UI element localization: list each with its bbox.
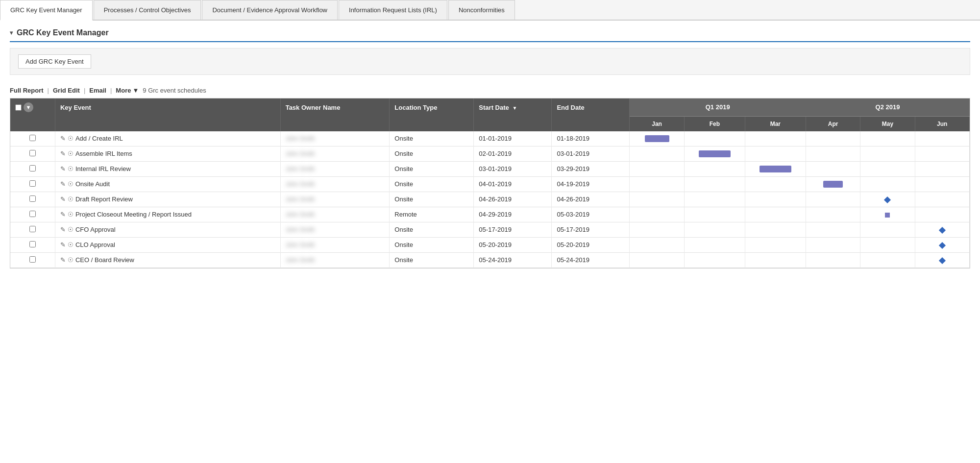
- row-owner: John Smith: [280, 176, 390, 192]
- gantt-bar-3-apr: [823, 181, 843, 188]
- tab-grc-key-event-manager[interactable]: GRC Key Event Manager: [0, 0, 93, 21]
- view-icon-1[interactable]: ☉: [68, 150, 74, 157]
- table-row: ✎ ☉ Add / Create IRL John SmithOnsite01-…: [10, 131, 970, 146]
- owner-name-8: John Smith: [286, 257, 315, 264]
- table-month-header-row: Jan Feb Mar Apr May Jun: [10, 116, 970, 131]
- gantt-cell-8-jun: [915, 252, 969, 268]
- gantt-cell-5-jan: [630, 207, 684, 222]
- row-checkbox-2[interactable]: [29, 165, 36, 171]
- row-end-date: 03-01-2019: [552, 146, 630, 161]
- gantt-cell-6-jan: [630, 222, 684, 237]
- row-key-event: ✎ ☉ Draft Report Review: [55, 192, 280, 207]
- row-checkbox-5[interactable]: [29, 211, 36, 217]
- gantt-cell-3-jun: [915, 176, 969, 192]
- select-all-checkbox[interactable]: [15, 104, 22, 111]
- row-checkbox-cell: [10, 146, 55, 161]
- row-end-date: 04-26-2019: [552, 192, 630, 207]
- full-report-link[interactable]: Full Report: [10, 87, 44, 94]
- header-key-event: Key Event: [55, 98, 280, 116]
- key-event-label-7: CLO Approval: [75, 241, 115, 248]
- view-icon-7[interactable]: ☉: [68, 241, 74, 248]
- email-link[interactable]: Email: [89, 87, 106, 94]
- tab-document-evidence-approval[interactable]: Document / Evidence Approval Workflow: [202, 0, 338, 20]
- edit-icon-6[interactable]: ✎: [60, 226, 66, 233]
- edit-icon-7[interactable]: ✎: [60, 241, 66, 248]
- row-location: Onsite: [390, 176, 474, 192]
- view-icon-6[interactable]: ☉: [68, 226, 74, 233]
- row-end-date: 05-24-2019: [552, 252, 630, 268]
- collapse-icon[interactable]: ▾: [10, 29, 13, 36]
- gantt-cell-7-feb: [684, 237, 745, 252]
- gantt-cell-2-feb: [684, 161, 745, 176]
- row-key-event: ✎ ☉ Add / Create IRL: [55, 131, 280, 146]
- view-icon-4[interactable]: ☉: [68, 195, 74, 203]
- header-feb: Feb: [684, 116, 745, 131]
- edit-icon-4[interactable]: ✎: [60, 195, 66, 203]
- gantt-cell-3-feb: [684, 176, 745, 192]
- header-empty-start: [474, 116, 552, 131]
- row-checkbox-3[interactable]: [29, 180, 36, 187]
- view-icon-2[interactable]: ☉: [68, 165, 74, 172]
- header-empty-check: [10, 116, 55, 131]
- view-icon-5[interactable]: ☉: [68, 211, 74, 218]
- grid-edit-link[interactable]: Grid Edit: [53, 87, 80, 94]
- row-checkbox-6[interactable]: [29, 226, 36, 232]
- gantt-diamond-7-jun: [939, 242, 946, 248]
- edit-icon-1[interactable]: ✎: [60, 150, 66, 157]
- row-checkbox-1[interactable]: [29, 150, 36, 156]
- owner-name-7: John Smith: [286, 242, 315, 248]
- row-owner: John Smith: [280, 222, 390, 237]
- gantt-cell-2-may: [860, 161, 915, 176]
- gantt-cell-5-apr: [806, 207, 860, 222]
- row-key-event: ✎ ☉ CEO / Board Review: [55, 252, 280, 268]
- header-location-type: Location Type: [390, 98, 474, 116]
- edit-icon-2[interactable]: ✎: [60, 165, 66, 172]
- sep2: |: [84, 87, 85, 94]
- edit-icon-3[interactable]: ✎: [60, 180, 66, 188]
- row-owner: John Smith: [280, 207, 390, 222]
- gantt-cell-1-apr: [806, 146, 860, 161]
- row-start-date: 05-24-2019: [474, 252, 552, 268]
- view-icon-8[interactable]: ☉: [68, 256, 74, 264]
- row-checkbox-8[interactable]: [29, 256, 36, 263]
- gantt-cell-8-mar: [745, 252, 806, 268]
- gantt-cell-7-jan: [630, 237, 684, 252]
- tab-information-request-lists[interactable]: Information Request Lists (IRL): [339, 0, 447, 20]
- row-checkbox-cell: [10, 222, 55, 237]
- section-title: GRC Key Event Manager: [17, 28, 109, 37]
- gantt-cell-7-mar: [745, 237, 806, 252]
- gantt-cell-4-feb: [684, 192, 745, 207]
- row-checkbox-4[interactable]: [29, 195, 36, 202]
- tab-processes-control-objectives[interactable]: Processes / Control Objectives: [94, 0, 201, 20]
- row-location: Remote: [390, 207, 474, 222]
- add-event-toolbar: Add GRC Key Event: [10, 48, 970, 75]
- row-end-date: 01-18-2019: [552, 131, 630, 146]
- gantt-cell-6-mar: [745, 222, 806, 237]
- sep3: |: [110, 87, 112, 94]
- tab-nonconformities[interactable]: Nonconformities: [448, 0, 515, 20]
- table-row: ✎ ☉ CFO Approval John SmithOnsite05-17-2…: [10, 222, 970, 237]
- row-location: Onsite: [390, 252, 474, 268]
- gantt-cell-1-mar: [745, 146, 806, 161]
- row-checkbox-0[interactable]: [29, 135, 36, 141]
- gantt-cell-3-mar: [745, 176, 806, 192]
- header-checkbox-col: ▼: [10, 98, 55, 116]
- row-location: Onsite: [390, 222, 474, 237]
- gantt-cell-0-mar: [745, 131, 806, 146]
- row-checkbox-7[interactable]: [29, 241, 36, 247]
- gantt-cell-4-may: [860, 192, 915, 207]
- add-grc-key-event-button[interactable]: Add GRC Key Event: [18, 54, 91, 69]
- gantt-cell-2-apr: [806, 161, 860, 176]
- view-icon-3[interactable]: ☉: [68, 180, 74, 188]
- row-location: Onsite: [390, 192, 474, 207]
- more-dropdown[interactable]: More ▼: [116, 87, 139, 94]
- gantt-cell-4-mar: [745, 192, 806, 207]
- edit-icon-0[interactable]: ✎: [60, 135, 66, 142]
- view-icon-0[interactable]: ☉: [68, 135, 74, 142]
- gantt-cell-1-may: [860, 146, 915, 161]
- edit-icon-8[interactable]: ✎: [60, 256, 66, 264]
- row-location: Onsite: [390, 131, 474, 146]
- owner-name-4: John Smith: [286, 196, 315, 203]
- edit-icon-5[interactable]: ✎: [60, 211, 66, 218]
- header-dropdown-button[interactable]: ▼: [24, 102, 33, 112]
